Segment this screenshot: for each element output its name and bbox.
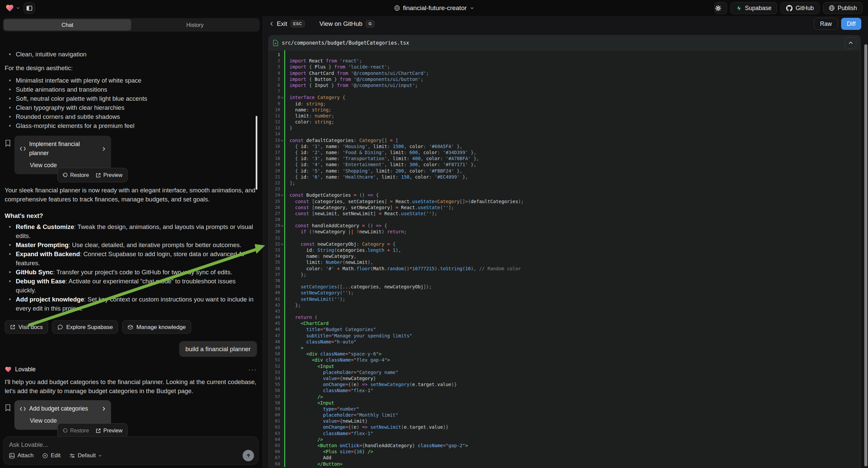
lovable-logo-menu[interactable] bbox=[5, 4, 20, 12]
code-line: 49 > bbox=[269, 345, 860, 351]
mode-selector[interactable]: Default bbox=[69, 452, 102, 459]
send-button[interactable] bbox=[243, 450, 254, 461]
exit-button[interactable]: Exit ESC bbox=[270, 20, 305, 28]
toggle-sidebar-button[interactable] bbox=[24, 2, 35, 14]
fold-chevron-icon[interactable] bbox=[281, 138, 283, 141]
line-number: 7 bbox=[269, 88, 280, 94]
github-label: GitHub bbox=[796, 5, 814, 12]
edit-button[interactable]: Edit bbox=[42, 452, 60, 459]
code-line: 55 onChange={(e) => setNewCategory(e.tar… bbox=[269, 381, 860, 387]
fold-chevron-icon[interactable] bbox=[281, 194, 283, 196]
globe-icon bbox=[394, 5, 400, 11]
line-number: 25 bbox=[269, 198, 280, 204]
exit-label: Exit bbox=[277, 20, 287, 28]
line-number: 47 bbox=[269, 333, 280, 339]
project-name: financial-future-creator bbox=[403, 4, 467, 12]
code-line: 37 }; bbox=[269, 272, 860, 277]
line-number: 53 bbox=[269, 369, 280, 375]
code-line: 32 const newCategoryObj: Category = { bbox=[269, 241, 860, 247]
view-on-github-label: View on GitHub bbox=[319, 20, 362, 28]
list-item: Add project knowledge: Set key context o… bbox=[5, 295, 257, 313]
restore-button[interactable]: Restore bbox=[62, 426, 89, 435]
file-header[interactable]: src/components/budget/BudgetCategories.t… bbox=[269, 36, 860, 50]
code-line: 15const defaultCategories: Category[] = … bbox=[269, 137, 860, 143]
line-number: 3 bbox=[269, 64, 280, 70]
line-number: 62 bbox=[269, 424, 280, 430]
line-number: 30 bbox=[269, 229, 280, 235]
github-button[interactable]: GitHub bbox=[780, 2, 819, 14]
code-line: 39 setCategories([...categories, newCate… bbox=[269, 284, 860, 290]
panel-left-icon bbox=[27, 6, 32, 11]
chat-scrollbar[interactable] bbox=[256, 116, 257, 190]
code-line: 27 const [newLimit, setNewLimit] = React… bbox=[269, 210, 860, 216]
publish-label: Publish bbox=[838, 5, 857, 12]
publish-button[interactable]: Publish bbox=[823, 2, 863, 14]
fold-chevron-icon[interactable] bbox=[281, 96, 283, 98]
project-selector[interactable]: financial-future-creator bbox=[394, 4, 474, 12]
version-card-actions: Restore Preview bbox=[57, 423, 127, 437]
more-menu-icon[interactable]: ··· bbox=[248, 365, 257, 374]
line-number: 57 bbox=[269, 394, 280, 400]
lovable-heart-icon bbox=[5, 4, 14, 12]
manage-knowledge-button[interactable]: Manage knowledge bbox=[122, 320, 191, 334]
fold-chevron-icon[interactable] bbox=[281, 224, 283, 227]
explore-supabase-button[interactable]: Explore Supabase bbox=[52, 320, 118, 334]
g-shortcut-badge: G bbox=[366, 20, 374, 28]
code-line: 59 type="number" bbox=[269, 406, 860, 412]
diff-button[interactable]: Diff bbox=[841, 18, 861, 30]
version-card-implement-financial-planner[interactable]: Implement financial planner View code Re… bbox=[14, 136, 111, 174]
code-line: 28 bbox=[269, 216, 860, 223]
raw-button[interactable]: Raw bbox=[814, 18, 838, 30]
list-item-label: Master Prompting bbox=[16, 241, 68, 248]
list-item: Soft, neutral color palette with light b… bbox=[5, 94, 257, 103]
code-line: 30 if (!newCategory || !newLimit) return… bbox=[269, 229, 860, 235]
code-editor: 12import React from 'react';3import { Pl… bbox=[269, 50, 860, 467]
line-number: 36 bbox=[269, 266, 280, 272]
view-on-github-button[interactable]: View on GitHub G bbox=[319, 20, 374, 28]
line-number: 18 bbox=[269, 155, 280, 162]
code-toolbar: Exit ESC View on GitHub G Raw Diff bbox=[263, 16, 868, 32]
code-line: 66 <Plus size={16} /> bbox=[269, 448, 860, 455]
window-scrollbar[interactable] bbox=[864, 44, 867, 466]
visit-docs-button[interactable]: Visit docs bbox=[5, 320, 48, 334]
line-number: 23 bbox=[269, 186, 280, 192]
preview-button[interactable]: Preview bbox=[96, 171, 122, 180]
restore-button[interactable]: Restore bbox=[62, 171, 89, 180]
composer-input[interactable]: Ask Lovable... bbox=[9, 441, 253, 448]
code-line: 34 name: newCategory, bbox=[269, 253, 860, 259]
list-item: Clean, intuitive navigation bbox=[5, 50, 257, 59]
code-line: 18 { id: '3', name: 'Transportation', li… bbox=[269, 155, 860, 162]
design-heading: For the design aesthetic: bbox=[5, 63, 257, 72]
line-number: 49 bbox=[269, 345, 280, 351]
line-number: 22 bbox=[269, 180, 280, 186]
line-number: 34 bbox=[269, 253, 280, 259]
line-number: 29 bbox=[269, 223, 280, 229]
code-line: 60 placeholder="Monthly limit" bbox=[269, 412, 860, 418]
version-card-add-budget-categories[interactable]: Add budget categories View code Restore bbox=[14, 400, 111, 430]
code-line: 5import { Button } from '@/components/ui… bbox=[269, 76, 860, 82]
chevron-down-icon bbox=[98, 454, 102, 458]
tab-chat[interactable]: Chat bbox=[4, 19, 131, 31]
attach-button[interactable]: Attach bbox=[9, 452, 34, 459]
code-line: 63 className="flex-1" bbox=[269, 430, 860, 436]
line-number: 31 bbox=[269, 235, 280, 241]
settings-button[interactable] bbox=[714, 2, 727, 14]
code-line: 51 <div className="flex gap-4"> bbox=[269, 357, 860, 363]
github-icon bbox=[786, 5, 793, 11]
code-line: 4import ChartCard from '@/components/ui/… bbox=[269, 70, 860, 76]
file-plus-icon bbox=[273, 39, 278, 46]
tab-history[interactable]: History bbox=[131, 19, 259, 31]
chat-messages: Clean, intuitive navigation For the desi… bbox=[0, 49, 262, 437]
fold-chevron-icon[interactable] bbox=[281, 242, 283, 245]
composer: Ask Lovable... Attach Edit bbox=[3, 436, 258, 465]
collapse-file-button[interactable] bbox=[845, 37, 856, 49]
list-item-label: Expand with Backend bbox=[16, 251, 80, 258]
code-line: 1 bbox=[269, 52, 860, 58]
preview-button[interactable]: Preview bbox=[96, 426, 122, 435]
edit-label: Edit bbox=[51, 452, 60, 459]
supabase-button[interactable]: Supabase bbox=[731, 2, 777, 14]
sliders-icon bbox=[69, 453, 75, 459]
design-bullet-list: Minimalist interface with plenty of whit… bbox=[5, 76, 257, 130]
list-item: Glass-morphic elements for a premium fee… bbox=[5, 121, 257, 130]
mode-label: Default bbox=[78, 452, 96, 459]
